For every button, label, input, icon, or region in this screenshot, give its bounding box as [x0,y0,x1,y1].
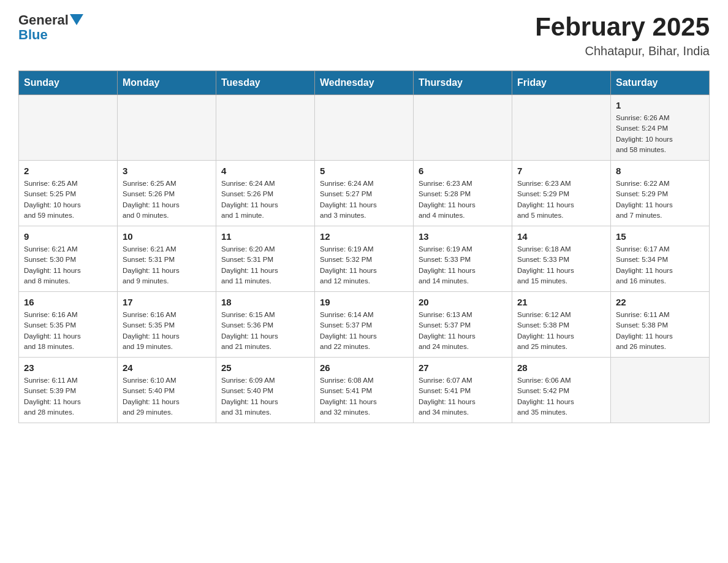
day-cell: 26Sunrise: 6:08 AM Sunset: 5:41 PM Dayli… [315,358,414,423]
day-info: Sunrise: 6:15 AM Sunset: 5:36 PM Dayligh… [221,310,309,352]
day-info: Sunrise: 6:10 AM Sunset: 5:40 PM Dayligh… [123,375,211,418]
day-cell [118,95,216,161]
day-info: Sunrise: 6:19 AM Sunset: 5:33 PM Dayligh… [419,244,507,286]
day-number: 1 [616,100,704,110]
day-cell: 3Sunrise: 6:25 AM Sunset: 5:26 PM Daylig… [118,161,216,226]
day-cell: 14Sunrise: 6:18 AM Sunset: 5:33 PM Dayli… [512,226,611,292]
day-info: Sunrise: 6:26 AM Sunset: 5:24 PM Dayligh… [616,113,704,155]
day-cell: 2Sunrise: 6:25 AM Sunset: 5:25 PM Daylig… [19,161,118,226]
day-cell: 6Sunrise: 6:23 AM Sunset: 5:28 PM Daylig… [414,161,512,226]
location-title: Chhatapur, Bihar, India [535,44,710,58]
day-info: Sunrise: 6:16 AM Sunset: 5:35 PM Dayligh… [123,310,211,352]
day-number: 9 [24,231,112,242]
day-info: Sunrise: 6:18 AM Sunset: 5:33 PM Dayligh… [517,244,605,286]
weekday-header-sunday: Sunday [19,71,118,95]
day-info: Sunrise: 6:17 AM Sunset: 5:34 PM Dayligh… [616,244,704,286]
day-cell [512,95,611,161]
day-number: 16 [24,297,112,307]
day-cell: 13Sunrise: 6:19 AM Sunset: 5:33 PM Dayli… [414,226,512,292]
day-number: 27 [419,362,507,373]
day-cell: 15Sunrise: 6:17 AM Sunset: 5:34 PM Dayli… [611,226,710,292]
week-row-3: 9Sunrise: 6:21 AM Sunset: 5:30 PM Daylig… [19,226,710,292]
day-number: 13 [419,231,507,242]
title-block: February 2025 Chhatapur, Bihar, India [535,12,710,58]
week-row-2: 2Sunrise: 6:25 AM Sunset: 5:25 PM Daylig… [19,161,710,226]
day-number: 2 [24,166,112,176]
day-number: 18 [221,297,309,307]
day-cell: 17Sunrise: 6:16 AM Sunset: 5:35 PM Dayli… [118,292,216,358]
day-cell: 25Sunrise: 6:09 AM Sunset: 5:40 PM Dayli… [216,358,315,423]
day-number: 15 [616,231,704,242]
weekday-header-friday: Friday [512,71,611,95]
weekday-header-thursday: Thursday [414,71,512,95]
day-number: 3 [123,166,211,176]
day-info: Sunrise: 6:12 AM Sunset: 5:38 PM Dayligh… [517,310,605,352]
day-number: 8 [616,166,704,176]
day-cell: 8Sunrise: 6:22 AM Sunset: 5:29 PM Daylig… [611,161,710,226]
day-number: 4 [221,166,309,176]
day-info: Sunrise: 6:11 AM Sunset: 5:38 PM Dayligh… [616,310,704,352]
day-info: Sunrise: 6:21 AM Sunset: 5:31 PM Dayligh… [123,244,211,286]
day-cell: 18Sunrise: 6:15 AM Sunset: 5:36 PM Dayli… [216,292,315,358]
day-info: Sunrise: 6:24 AM Sunset: 5:27 PM Dayligh… [320,178,408,221]
weekday-header-saturday: Saturday [611,71,710,95]
logo-blue-text: Blue [18,27,48,43]
day-info: Sunrise: 6:08 AM Sunset: 5:41 PM Dayligh… [320,375,408,418]
day-number: 7 [517,166,605,176]
day-cell [414,95,512,161]
day-number: 6 [419,166,507,176]
day-info: Sunrise: 6:09 AM Sunset: 5:40 PM Dayligh… [221,375,309,418]
day-info: Sunrise: 6:21 AM Sunset: 5:30 PM Dayligh… [24,244,112,286]
day-cell: 7Sunrise: 6:23 AM Sunset: 5:29 PM Daylig… [512,161,611,226]
day-number: 25 [221,362,309,373]
month-title: February 2025 [535,12,710,42]
day-cell [315,95,414,161]
day-info: Sunrise: 6:06 AM Sunset: 5:42 PM Dayligh… [517,375,605,418]
day-cell: 28Sunrise: 6:06 AM Sunset: 5:42 PM Dayli… [512,358,611,423]
day-cell [611,358,710,423]
day-cell: 12Sunrise: 6:19 AM Sunset: 5:32 PM Dayli… [315,226,414,292]
logo: General Blue [18,12,83,43]
day-cell: 23Sunrise: 6:11 AM Sunset: 5:39 PM Dayli… [19,358,118,423]
day-number: 5 [320,166,408,176]
logo-general-text: General [18,12,69,28]
day-info: Sunrise: 6:24 AM Sunset: 5:26 PM Dayligh… [221,178,309,221]
day-info: Sunrise: 6:23 AM Sunset: 5:29 PM Dayligh… [517,178,605,221]
day-number: 22 [616,297,704,307]
day-cell: 4Sunrise: 6:24 AM Sunset: 5:26 PM Daylig… [216,161,315,226]
day-cell: 22Sunrise: 6:11 AM Sunset: 5:38 PM Dayli… [611,292,710,358]
day-number: 10 [123,231,211,242]
day-cell: 27Sunrise: 6:07 AM Sunset: 5:41 PM Dayli… [414,358,512,423]
weekday-header-wednesday: Wednesday [315,71,414,95]
day-info: Sunrise: 6:11 AM Sunset: 5:39 PM Dayligh… [24,375,112,418]
weekday-header-monday: Monday [118,71,216,95]
day-number: 28 [517,362,605,373]
day-info: Sunrise: 6:19 AM Sunset: 5:32 PM Dayligh… [320,244,408,286]
day-number: 11 [221,231,309,242]
day-number: 19 [320,297,408,307]
day-number: 14 [517,231,605,242]
week-row-4: 16Sunrise: 6:16 AM Sunset: 5:35 PM Dayli… [19,292,710,358]
day-cell: 11Sunrise: 6:20 AM Sunset: 5:31 PM Dayli… [216,226,315,292]
day-number: 24 [123,362,211,373]
day-cell: 5Sunrise: 6:24 AM Sunset: 5:27 PM Daylig… [315,161,414,226]
day-info: Sunrise: 6:13 AM Sunset: 5:37 PM Dayligh… [419,310,507,352]
day-info: Sunrise: 6:22 AM Sunset: 5:29 PM Dayligh… [616,178,704,221]
day-cell: 19Sunrise: 6:14 AM Sunset: 5:37 PM Dayli… [315,292,414,358]
week-row-5: 23Sunrise: 6:11 AM Sunset: 5:39 PM Dayli… [19,358,710,423]
day-info: Sunrise: 6:20 AM Sunset: 5:31 PM Dayligh… [221,244,309,286]
day-number: 21 [517,297,605,307]
day-number: 26 [320,362,408,373]
day-cell: 21Sunrise: 6:12 AM Sunset: 5:38 PM Dayli… [512,292,611,358]
weekday-header-tuesday: Tuesday [216,71,315,95]
day-number: 23 [24,362,112,373]
day-info: Sunrise: 6:07 AM Sunset: 5:41 PM Dayligh… [419,375,507,418]
day-cell [19,95,118,161]
day-cell: 16Sunrise: 6:16 AM Sunset: 5:35 PM Dayli… [19,292,118,358]
day-number: 17 [123,297,211,307]
day-cell: 9Sunrise: 6:21 AM Sunset: 5:30 PM Daylig… [19,226,118,292]
day-info: Sunrise: 6:14 AM Sunset: 5:37 PM Dayligh… [320,310,408,352]
weekday-header-row: SundayMondayTuesdayWednesdayThursdayFrid… [19,71,710,95]
day-info: Sunrise: 6:23 AM Sunset: 5:28 PM Dayligh… [419,178,507,221]
day-cell: 10Sunrise: 6:21 AM Sunset: 5:31 PM Dayli… [118,226,216,292]
